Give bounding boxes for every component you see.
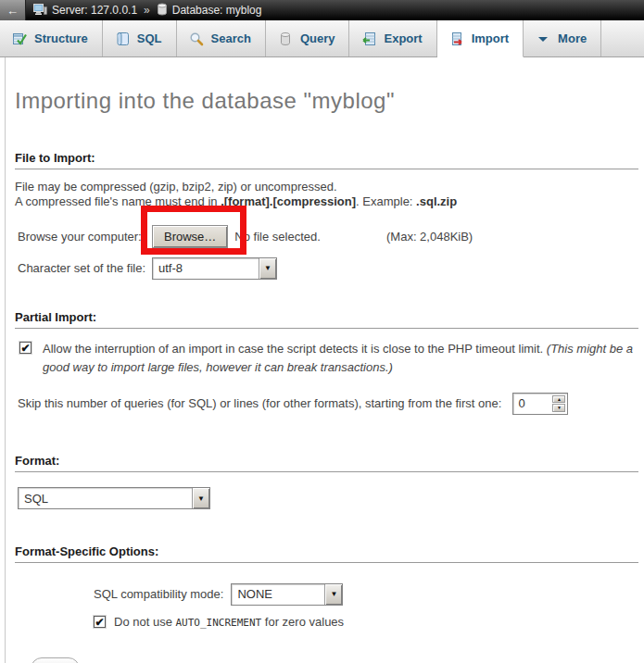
tab-bar: Structure SQL Search Query Export Import — [0, 20, 644, 57]
format-select-row: SQL ▼ — [18, 487, 638, 509]
allow-interruption-label: Allow the interruption of an import in c… — [43, 340, 638, 377]
compression-help-text: File may be compressed (gzip, bzip2, zip… — [15, 180, 638, 209]
tab-export[interactable]: Export — [349, 20, 436, 56]
compression-line1: File may be compressed (gzip, bzip2, zip… — [15, 180, 638, 194]
breadcrumb-database-link[interactable]: Database: myblog — [172, 4, 262, 17]
sql-compatibility-value: NONE — [232, 584, 324, 605]
sql-compatibility-label: SQL compatibility mode: — [94, 587, 223, 601]
breadcrumb: Server: 127.0.0.1 » Database: myblog — [33, 3, 261, 19]
browse-row: Browse your computer: Browse… No file se… — [18, 225, 638, 248]
charset-label: Character set of the file: — [18, 261, 152, 275]
file-to-import-heading: File to Import: — [15, 151, 638, 169]
no-file-selected-text: No file selected. — [234, 230, 321, 244]
import-icon — [449, 31, 464, 46]
file-to-import-section: File to Import: File may be compressed (… — [15, 151, 638, 280]
export-icon — [361, 31, 376, 46]
dropdown-arrow-icon[interactable]: ▼ — [192, 488, 209, 508]
allow-interruption-row: ✔ Allow the interruption of an import in… — [19, 342, 638, 377]
skip-queries-value: 0 — [513, 394, 550, 414]
stepper-buttons: ▲ ▼ — [550, 394, 567, 414]
format-specific-options-heading: Format-Specific Options: — [15, 544, 638, 563]
charset-row: Character set of the file: utf-8 ▼ — [18, 256, 638, 280]
sql-icon — [115, 31, 130, 46]
auto-increment-label: Do not use AUTO_INCREMENT for zero value… — [114, 615, 344, 629]
back-arrow-icon: ← — [6, 4, 19, 18]
main-content: Importing into the database "myblog" Fil… — [5, 57, 644, 663]
charset-select[interactable]: utf-8 ▼ — [152, 257, 277, 280]
tab-structure[interactable]: Structure — [0, 20, 103, 56]
format-selected-value: SQL — [19, 488, 192, 508]
tab-label: Import — [472, 31, 509, 45]
search-icon — [189, 31, 204, 46]
tab-sql[interactable]: SQL — [103, 20, 177, 56]
tab-label: SQL — [137, 31, 162, 45]
query-icon — [278, 31, 293, 46]
tab-query[interactable]: Query — [266, 20, 350, 56]
skip-queries-row: Skip this number of queries (for SQL) or… — [18, 392, 638, 415]
format-heading: Format: — [15, 454, 638, 472]
dropdown-arrow-icon[interactable]: ▼ — [259, 258, 276, 279]
tab-label: Query — [300, 31, 335, 45]
sql-compatibility-select[interactable]: NONE ▼ — [231, 583, 343, 606]
format-specific-options-section: Format-Specific Options: SQL compatibili… — [15, 544, 638, 629]
max-size-note: (Max: 2,048KiB) — [386, 230, 473, 244]
compression-line2: A compressed file's name must end in .[f… — [15, 194, 638, 209]
go-button[interactable]: Go — [31, 657, 80, 663]
back-button[interactable]: ← — [0, 0, 26, 20]
structure-icon — [12, 31, 27, 46]
breadcrumb-bar: ← Server: 127.0.0.1 » Database: myblog — [0, 0, 644, 20]
dropdown-arrow-icon[interactable]: ▼ — [324, 584, 342, 605]
format-select[interactable]: SQL ▼ — [18, 487, 210, 509]
auto-increment-row: ✔ Do not use AUTO_INCREMENT for zero val… — [94, 615, 638, 629]
server-icon — [33, 3, 47, 19]
browse-button[interactable]: Browse… — [152, 225, 228, 248]
tab-search[interactable]: Search — [177, 20, 266, 56]
stepper-up-icon[interactable]: ▲ — [552, 395, 565, 404]
sql-compatibility-row: SQL compatibility mode: NONE ▼ — [94, 582, 638, 606]
allow-interruption-checkbox[interactable]: ✔ — [19, 342, 32, 354]
partial-import-heading: Partial Import: — [15, 310, 638, 329]
tab-label: Export — [384, 31, 422, 45]
page-title: Importing into the database "myblog" — [15, 57, 644, 114]
format-section: Format: SQL ▼ — [15, 454, 638, 509]
tab-label: Structure — [34, 31, 88, 45]
skip-queries-label: Skip this number of queries (for SQL) or… — [18, 396, 501, 410]
tab-import[interactable]: Import — [437, 20, 524, 57]
chevron-down-icon — [536, 31, 550, 46]
skip-queries-stepper[interactable]: 0 ▲ ▼ — [512, 393, 568, 415]
breadcrumb-separator: » — [144, 4, 150, 17]
breadcrumb-server-link[interactable]: Server: 127.0.0.1 — [52, 4, 137, 17]
tab-more[interactable]: More — [524, 20, 601, 56]
tab-label: More — [558, 31, 587, 45]
partial-import-section: Partial Import: ✔ Allow the interruption… — [15, 310, 638, 415]
database-icon — [157, 3, 168, 19]
browse-label: Browse your computer: — [18, 230, 152, 244]
auto-increment-checkbox[interactable]: ✔ — [94, 616, 106, 628]
stepper-down-icon[interactable]: ▼ — [552, 404, 565, 412]
tab-label: Search — [211, 31, 251, 45]
charset-selected-value: utf-8 — [153, 258, 259, 279]
